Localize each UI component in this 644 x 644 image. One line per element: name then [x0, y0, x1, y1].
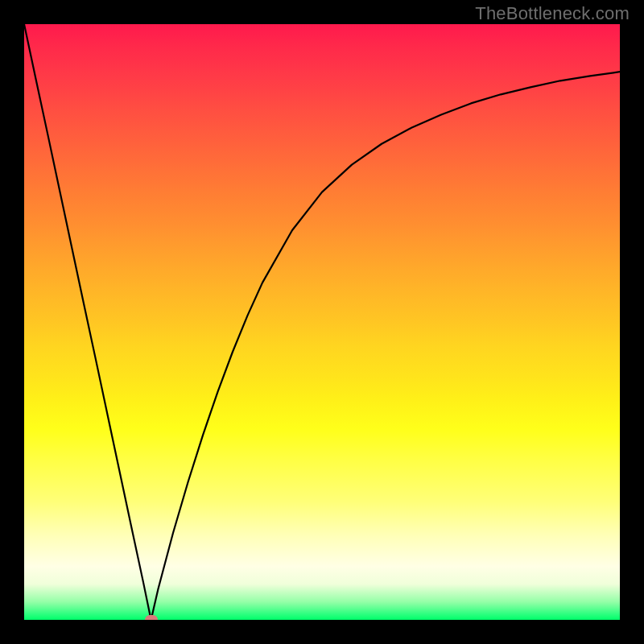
bottleneck-curve — [24, 24, 620, 620]
curve-layer — [24, 24, 620, 620]
optimum-marker — [145, 615, 158, 620]
watermark-text: TheBottleneck.com — [475, 3, 630, 24]
chart-frame: TheBottleneck.com — [0, 0, 644, 644]
plot-area — [24, 24, 620, 620]
